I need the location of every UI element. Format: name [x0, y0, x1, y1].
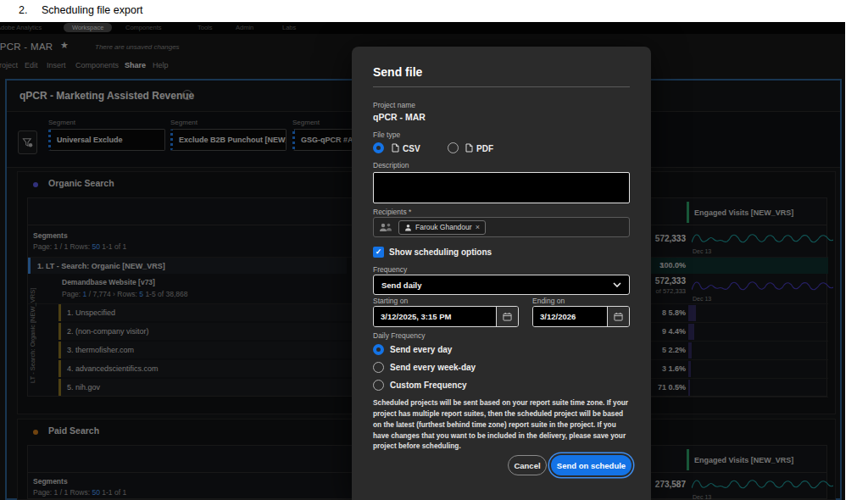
send-every-week-day-label[interactable]: Send every week-day	[390, 363, 476, 372]
pdf-radio-label[interactable]: PDF	[476, 144, 493, 153]
send-every-week-day-radio[interactable]	[373, 362, 384, 373]
csv-radio-label[interactable]: CSV	[403, 144, 420, 153]
frequency-select[interactable]: Send daily	[373, 275, 630, 295]
ending-on-label: Ending on	[532, 297, 565, 305]
ending-on-field[interactable]: 3/12/2026	[532, 306, 630, 327]
scheduling-disclaimer: Scheduled projects will be sent based on…	[373, 397, 631, 452]
send-every-day-label[interactable]: Send every day	[390, 345, 452, 354]
calendar-icon	[614, 312, 623, 321]
send-every-day-radio[interactable]	[373, 344, 384, 355]
send-file-modal: Send file Project name qPCR - MAR File t…	[352, 47, 651, 500]
recipients-field[interactable]: Farouk Ghandour ×	[373, 217, 630, 237]
recipient-name: Farouk Ghandour	[415, 223, 472, 231]
starting-on-label: Starting on	[373, 297, 408, 305]
close-icon[interactable]: ×	[476, 223, 480, 231]
file-type-label: File type	[373, 131, 400, 139]
csv-radio[interactable]	[373, 142, 384, 153]
ending-on-input[interactable]: 3/12/2026	[533, 307, 607, 326]
show-scheduling-checkbox[interactable]: ✓	[373, 247, 384, 258]
project-name-label: Project name	[373, 101, 415, 109]
starting-on-field[interactable]: 3/12/2025, 3:15 PM	[373, 306, 519, 327]
divider	[373, 86, 630, 87]
show-scheduling-label[interactable]: Show scheduling options	[389, 247, 492, 257]
modal-title: Send file	[373, 65, 422, 79]
csv-file-icon	[392, 143, 399, 153]
people-icon	[379, 222, 392, 232]
description-textarea[interactable]	[373, 172, 630, 203]
doc-title: Scheduling file export	[42, 4, 143, 16]
recipients-label: Recipients *	[373, 208, 411, 216]
description-label: Description	[373, 161, 409, 169]
frequency-label: Frequency	[373, 265, 407, 274]
doc-number: 2.	[19, 4, 27, 16]
ending-calendar-button[interactable]	[607, 307, 629, 326]
starting-calendar-button[interactable]	[496, 307, 518, 326]
send-on-schedule-button[interactable]: Send on schedule	[551, 455, 632, 475]
starting-on-input[interactable]: 3/12/2025, 3:15 PM	[374, 307, 496, 326]
analytics-screenshot: Adobe Analytics Workspace Components Too…	[0, 22, 845, 500]
recipient-chip[interactable]: Farouk Ghandour ×	[398, 220, 486, 235]
calendar-icon	[503, 312, 512, 321]
custom-frequency-radio[interactable]	[373, 380, 384, 391]
chevron-down-icon	[613, 282, 621, 287]
pdf-file-icon	[465, 143, 473, 153]
project-name-value: qPCR - MAR	[373, 112, 426, 122]
daily-frequency-label: Daily Frequency	[373, 331, 425, 340]
frequency-value: Send daily	[381, 281, 422, 290]
cancel-button[interactable]: Cancel	[508, 455, 547, 475]
person-icon	[404, 224, 412, 231]
custom-frequency-label[interactable]: Custom Frequency	[390, 381, 467, 390]
pdf-radio[interactable]	[448, 142, 459, 153]
